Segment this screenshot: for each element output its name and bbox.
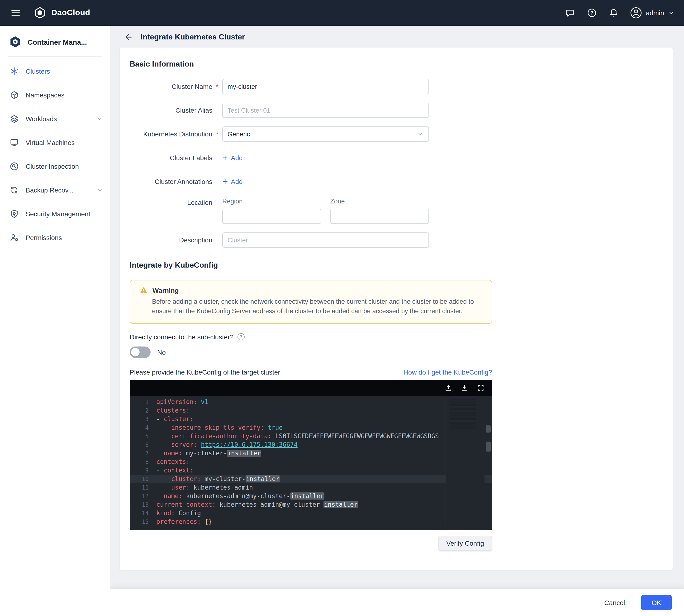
sidebar-item-clusters[interactable]: Clusters — [0, 60, 110, 83]
distribution-value: Generic — [228, 130, 250, 138]
sidebar-item-label: Workloads — [26, 115, 57, 123]
sidebar-item-label: Cluster Inspection — [26, 162, 79, 170]
code-line-3: 3- cluster: — [130, 415, 492, 423]
cluster-alias-label: Cluster Alias — [130, 103, 212, 118]
code-line-15: 15preferences: {} — [130, 518, 492, 526]
toggle-value: No — [157, 348, 166, 356]
code-line-11: 11 user: kubernetes-admin — [130, 483, 492, 492]
download-icon[interactable] — [461, 384, 469, 391]
hamburger-menu[interactable] — [9, 7, 22, 19]
back-button[interactable] — [123, 32, 133, 42]
help-icon[interactable]: ? — [586, 7, 597, 19]
cluster-alias-input[interactable] — [222, 103, 429, 118]
code-line-12: 12 name: kubernetes-admin@my-cluster-ins… — [130, 492, 492, 500]
security-management-icon — [9, 209, 19, 219]
sidebar-nav: ClustersNamespacesWorkloadsVirtual Machi… — [0, 60, 110, 249]
sidebar-item-virtual-machines[interactable]: Virtual Machines — [0, 131, 110, 154]
provide-label: Please provide the KubeConfig of the tar… — [130, 368, 280, 376]
direct-connect-label: Directly connect to the sub-cluster? — [130, 333, 233, 340]
divider — [7, 56, 102, 57]
sidebar-item-permissions[interactable]: Permissions — [0, 226, 110, 249]
username: admin — [646, 9, 664, 17]
user-menu[interactable]: admin — [630, 7, 675, 19]
module-title: Container Mana... — [27, 38, 87, 46]
upload-icon[interactable] — [444, 384, 452, 391]
chevron-down-icon — [417, 131, 424, 137]
code-line-4: 4 insecure-skip-tls-verify: true — [130, 423, 492, 432]
direct-connect-toggle-row: No — [130, 346, 672, 358]
sidebar-item-cluster-inspection[interactable]: Cluster Inspection — [0, 154, 110, 178]
zone-input[interactable] — [330, 208, 429, 224]
bell-icon[interactable] — [608, 7, 619, 19]
sidebar-item-backup-recov[interactable]: Backup Recov... — [0, 178, 110, 202]
form-card: Basic Information Cluster Name* Cluster … — [120, 47, 672, 570]
permissions-icon — [9, 233, 19, 242]
distribution-label: Kubernetes Distribution* — [130, 127, 212, 141]
editor-toolbar — [130, 379, 492, 396]
required-asterisk: * — [216, 79, 219, 94]
namespaces-icon — [9, 90, 19, 100]
region-input[interactable] — [222, 208, 321, 224]
cluster-name-row: Cluster Name* — [130, 79, 672, 94]
cluster-labels-row: Cluster Labels Add — [130, 150, 672, 166]
code-line-13: 13current-context: kubernetes-admin@my-c… — [130, 500, 492, 509]
code-line-9: 9- context: — [130, 466, 492, 475]
message-icon[interactable] — [564, 7, 576, 19]
editor-scrollbar-thumb[interactable] — [486, 441, 491, 451]
warning-text: Before adding a cluster, check the netwo… — [152, 297, 482, 316]
add-annotation-button[interactable]: Add — [222, 174, 243, 189]
editor-scrollbar-thumb[interactable] — [486, 425, 491, 432]
kubeconfig-section: Integrate by KubeConfig Warning Before a… — [130, 261, 672, 551]
verify-row: Verify Config — [130, 535, 492, 551]
avatar — [630, 7, 642, 19]
code-line-2: 2clusters: — [130, 406, 492, 415]
footer-action-bar: Cancel OK — [110, 589, 684, 616]
daocloud-logo-icon — [33, 6, 47, 20]
page-header: Integrate Kubernetes Cluster — [110, 26, 684, 47]
app-root: DaoCloud ? admin — [0, 0, 684, 616]
code-line-1: 1apiVersion: v1 — [130, 398, 492, 406]
distribution-row: Kubernetes Distribution* Generic — [130, 127, 672, 141]
sidebar-item-security-management[interactable]: Security Management — [0, 202, 110, 226]
brand[interactable]: DaoCloud — [33, 6, 90, 20]
topbar-actions: ? admin — [564, 7, 675, 19]
plus-icon — [222, 179, 228, 184]
description-row: Description — [130, 233, 672, 248]
page-title: Integrate Kubernetes Cluster — [141, 33, 245, 41]
code-line-10: 10 cluster: my-cluster-installer — [130, 475, 492, 483]
kubeconfig-code-area[interactable]: 1apiVersion: v12clusters:3- cluster:4 in… — [130, 396, 492, 530]
workloads-icon — [9, 114, 19, 124]
cancel-button[interactable]: Cancel — [604, 599, 625, 607]
sidebar-item-label: Permissions — [26, 234, 62, 241]
add-label-button[interactable]: Add — [222, 150, 243, 166]
kubeconfig-provide-row: Please provide the KubeConfig of the tar… — [130, 368, 492, 376]
cluster-name-input[interactable] — [222, 79, 429, 94]
cluster-name-label: Cluster Name* — [130, 79, 212, 94]
distribution-select[interactable]: Generic — [222, 127, 429, 141]
kubeconfig-help-link[interactable]: How do I get the KubeConfig? — [403, 368, 492, 376]
ok-button[interactable]: OK — [641, 595, 671, 610]
code-line-5: 5 certificate-authority-data: LS0TLSCFDF… — [130, 432, 492, 440]
fullscreen-icon[interactable] — [477, 384, 484, 391]
description-input[interactable] — [222, 233, 429, 248]
sidebar-item-namespaces[interactable]: Namespaces — [0, 83, 110, 107]
cluster-annotations-label: Cluster Annotations — [130, 174, 212, 189]
direct-connect-toggle[interactable] — [130, 346, 151, 358]
question-circle-icon[interactable]: ? — [237, 333, 244, 340]
sidebar-item-label: Namespaces — [26, 91, 64, 99]
verify-config-button[interactable]: Verify Config — [438, 535, 492, 551]
warning-icon — [140, 286, 148, 294]
code-line-14: 14kind: Config — [130, 509, 492, 518]
module-switcher[interactable]: Container Mana... — [0, 26, 110, 56]
backup-recovery-icon — [9, 185, 19, 195]
description-label: Description — [130, 233, 212, 248]
code-line-7: 7 name: my-cluster-installer — [130, 449, 492, 458]
svg-text:?: ? — [590, 10, 593, 16]
sidebar-item-workloads[interactable]: Workloads — [0, 107, 110, 131]
virtual-machines-icon — [9, 138, 19, 147]
plus-icon — [222, 155, 228, 161]
sidebar-item-label: Clusters — [26, 67, 50, 75]
sidebar: Container Mana... ClustersNamespacesWork… — [0, 26, 110, 616]
topbar: DaoCloud ? admin — [0, 0, 684, 26]
location-row: Location Region Zone — [130, 198, 672, 224]
